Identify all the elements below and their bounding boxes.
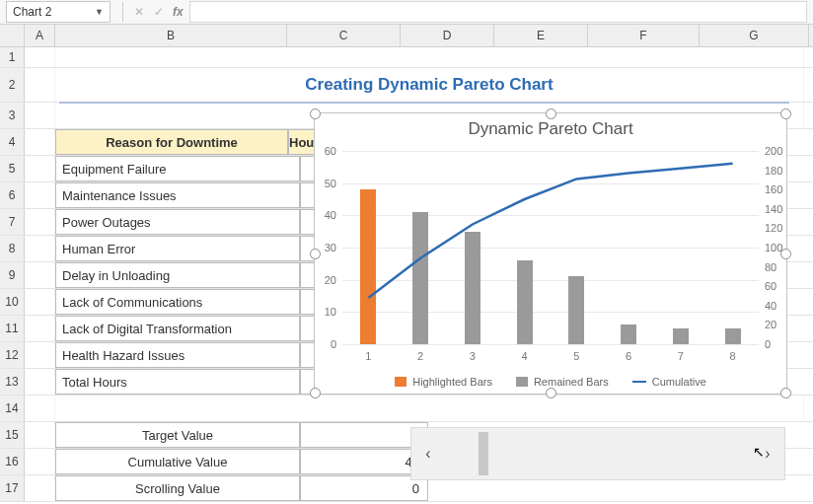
th-reason[interactable]: Reason for Downtime [55, 129, 288, 155]
cell[interactable] [25, 262, 55, 288]
separator [122, 2, 123, 22]
td-target-label[interactable]: Target Value [55, 422, 300, 448]
row-header[interactable]: 15 [0, 422, 25, 448]
ytick-left: 0 [331, 338, 336, 350]
scroll-track[interactable] [445, 428, 751, 479]
cell[interactable] [25, 369, 55, 395]
resize-handle[interactable] [780, 249, 791, 259]
col-header-f[interactable]: F [588, 25, 700, 46]
cumulative-line [342, 151, 759, 344]
gridline [342, 344, 759, 345]
confirm-icon: ✓ [151, 5, 167, 19]
ytick-left: 30 [325, 242, 336, 253]
td-reason[interactable]: Delay in Unloading [55, 262, 300, 288]
ytick-right: 140 [765, 203, 782, 215]
cell[interactable] [25, 209, 55, 235]
resize-handle[interactable] [780, 388, 791, 398]
chevron-down-icon[interactable]: ▼ [95, 7, 104, 17]
td-scrolling-value[interactable]: 0 [300, 475, 428, 501]
xtick: 5 [573, 350, 579, 362]
cell[interactable] [25, 129, 55, 155]
fx-icon[interactable]: fx [173, 5, 184, 19]
cursor-icon: ↖ [753, 444, 765, 460]
ytick-right: 160 [765, 183, 782, 195]
cell[interactable] [25, 422, 55, 448]
row-header[interactable]: 8 [0, 236, 25, 261]
row-header[interactable]: 12 [0, 342, 25, 368]
cell[interactable] [55, 396, 804, 421]
row-header[interactable]: 6 [0, 182, 25, 208]
resize-handle[interactable] [310, 108, 321, 119]
row-header[interactable]: 7 [0, 209, 25, 235]
scroll-left-button[interactable]: ‹ [411, 445, 445, 463]
row-header[interactable]: 2 [0, 68, 25, 102]
resize-handle[interactable] [546, 388, 556, 398]
cell[interactable] [25, 182, 55, 208]
ytick-right: 0 [765, 338, 771, 350]
ytick-left: 60 [325, 145, 336, 157]
row-header[interactable]: 17 [0, 475, 25, 501]
formula-input[interactable] [189, 1, 807, 23]
col-header-b[interactable]: B [55, 25, 287, 46]
cell[interactable] [25, 156, 55, 181]
title-underline [59, 102, 789, 104]
plot-area: 0102030405060020406080100120140160180200… [342, 151, 759, 344]
cell[interactable] [25, 475, 55, 501]
td-target-value[interactable]: 0 [300, 422, 428, 448]
td-reason[interactable]: Lack of Digital Transformation [55, 316, 300, 341]
col-header-g[interactable]: G [700, 25, 809, 46]
cell[interactable] [25, 103, 55, 128]
cancel-icon: ✕ [131, 5, 147, 19]
name-box-value: Chart 2 [13, 5, 51, 19]
td-reason[interactable]: Health Hazard Issues [55, 342, 300, 368]
cell[interactable] [25, 68, 55, 102]
column-headers: A B C D E F G [0, 25, 813, 47]
ytick-left: 20 [325, 274, 336, 286]
row-header[interactable]: 3 [0, 103, 25, 128]
td-reason[interactable]: Lack of Communications [55, 289, 300, 315]
select-all-corner[interactable] [0, 25, 25, 46]
resize-handle[interactable] [780, 108, 791, 119]
td-reason[interactable]: Equipment Failure [55, 156, 300, 181]
cell[interactable] [55, 47, 804, 67]
row-header[interactable]: 10 [0, 289, 25, 315]
cell[interactable] [25, 342, 55, 368]
td-reason[interactable]: Total Hours [55, 369, 300, 395]
td-reason[interactable]: Maintenance Issues [55, 182, 300, 208]
cell[interactable] [25, 47, 55, 67]
resize-handle[interactable] [310, 388, 321, 398]
chart-scroller[interactable]: ‹ › ↖ [410, 427, 785, 480]
row-header[interactable]: 16 [0, 449, 25, 474]
col-header-c[interactable]: C [287, 25, 401, 46]
td-reason[interactable]: Power Outages [55, 209, 300, 235]
chart-legend: Highlighted Bars Remained Bars Cumulativ… [315, 376, 786, 388]
resize-handle[interactable] [546, 108, 556, 119]
row-header[interactable]: 9 [0, 262, 25, 288]
cell[interactable] [25, 316, 55, 341]
cell[interactable] [25, 236, 55, 261]
td-reason[interactable]: Human Error [55, 236, 300, 261]
row-header[interactable]: 11 [0, 316, 25, 341]
legend-cumulative: Cumulative [632, 376, 706, 388]
row-header[interactable]: 4 [0, 129, 25, 155]
legend-highlighted: Highlighted Bars [395, 376, 492, 388]
pareto-chart[interactable]: Dynamic Pareto Chart 0102030405060020406… [314, 112, 787, 395]
cell[interactable] [25, 396, 55, 421]
col-header-d[interactable]: D [401, 25, 494, 46]
name-box[interactable]: Chart 2 ▼ [6, 1, 111, 23]
cell[interactable] [25, 449, 55, 474]
resize-handle[interactable] [310, 249, 321, 259]
col-header-e[interactable]: E [494, 25, 588, 46]
row-header[interactable]: 13 [0, 369, 25, 395]
legend-remained: Remained Bars [516, 376, 609, 388]
row-header[interactable]: 14 [0, 396, 25, 421]
td-cumulative-label[interactable]: Cumulative Value [55, 449, 300, 474]
row-header[interactable]: 1 [0, 47, 25, 67]
td-scrolling-label[interactable]: Scrolling Value [55, 475, 300, 501]
row-header[interactable]: 5 [0, 156, 25, 181]
cell[interactable] [25, 289, 55, 315]
scroll-thumb[interactable] [479, 432, 488, 475]
xtick: 6 [626, 350, 631, 362]
col-header-a[interactable]: A [25, 25, 55, 46]
td-cumulative-value[interactable]: 48 [300, 449, 428, 474]
